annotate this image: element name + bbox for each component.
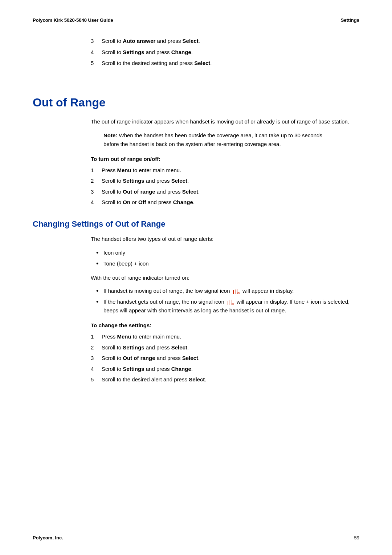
bullet-icon: • <box>96 248 103 258</box>
table-row: 4 Scroll to Settings and press Change. <box>91 48 359 57</box>
bullet-text: If the handset gets out of range, the no… <box>103 297 359 315</box>
step-number: 4 <box>91 365 102 373</box>
list-item: 1 Press Menu to enter main menu. <box>91 333 359 341</box>
list-item: 3 Scroll to Out of range and press Selec… <box>91 354 359 362</box>
low-signal-icon <box>233 288 240 294</box>
page-footer: Polycom, Inc. 59 <box>0 532 392 540</box>
list-item: 1 Press Menu to enter main menu. <box>91 166 359 175</box>
list-item: • If the handset gets out of range, the … <box>96 297 359 315</box>
svg-rect-1 <box>235 289 236 294</box>
list-item: 4 Scroll to On or Off and press Change. <box>91 198 359 207</box>
no-signal-icon <box>227 299 234 305</box>
step-number: 5 <box>91 376 102 384</box>
step-number: 5 <box>91 59 102 68</box>
list-item: 4 Scroll to Settings and press Change. <box>91 365 359 373</box>
step-text: Scroll to Auto answer and press Select. <box>102 37 359 45</box>
intro-steps: 3 Scroll to Auto answer and press Select… <box>33 26 359 81</box>
step-text: Scroll to Out of range and press Select. <box>102 354 359 362</box>
page-header: Polycom Kirk 5020-5040 User Guide Settin… <box>0 0 392 26</box>
step-text: Press Menu to enter main menu. <box>102 166 359 175</box>
page-content: 3 Scroll to Auto answer and press Select… <box>0 26 392 412</box>
step-text: Scroll to the desired alert and press Se… <box>102 376 359 384</box>
svg-rect-6 <box>227 301 228 305</box>
svg-rect-7 <box>229 300 230 305</box>
bullet-text: Icon only <box>103 248 359 257</box>
table-row: 3 Scroll to Auto answer and press Select… <box>91 37 359 45</box>
procedure1-steps: 1 Press Menu to enter main menu. 2 Scrol… <box>33 166 359 207</box>
table-row: 5 Scroll to the desired setting and pres… <box>91 59 359 68</box>
bullet-text: If handset is moving out of range, the l… <box>103 287 359 295</box>
step-number: 4 <box>91 198 102 207</box>
list-item: 5 Scroll to the desired alert and press … <box>91 376 359 384</box>
bullet-icon: • <box>96 259 103 268</box>
procedure1-heading: To turn out of range on/off: <box>33 156 359 162</box>
step-number: 3 <box>91 188 102 196</box>
step-number: 3 <box>91 354 102 362</box>
step-number: 1 <box>91 333 102 341</box>
header-right: Settings <box>341 17 359 23</box>
footer-company: Polycom, Inc. <box>33 535 63 540</box>
footer-page-number: 59 <box>354 535 359 540</box>
step-text: Scroll to Settings and press Change. <box>102 48 359 57</box>
step-text: Scroll to Settings and press Select. <box>102 344 359 352</box>
section-heading-out-of-range: Out of Range <box>33 92 359 109</box>
step-text: Scroll to Settings and press Select. <box>102 177 359 185</box>
step-number: 3 <box>91 37 102 45</box>
step-number: 2 <box>91 177 102 185</box>
procedure2-steps: 1 Press Menu to enter main menu. 2 Scrol… <box>33 333 359 384</box>
bullet-text: Tone (beep) + icon <box>103 259 359 268</box>
with-indicator-text: With the out of range indicator turned o… <box>33 274 359 282</box>
list-item: 2 Scroll to Settings and press Select. <box>91 344 359 352</box>
step-number: 1 <box>91 166 102 175</box>
list-item: 2 Scroll to Settings and press Select. <box>91 177 359 185</box>
step-number: 2 <box>91 344 102 352</box>
list-item: • Tone (beep) + icon <box>96 259 359 268</box>
bullet-icon: • <box>96 297 103 307</box>
svg-rect-0 <box>233 290 234 294</box>
step-text: Scroll to On or Off and press Change. <box>102 198 359 207</box>
list-item: • Icon only <box>96 248 359 258</box>
step-text: Scroll to Settings and press Change. <box>102 365 359 373</box>
section-body: The out of range indicator appears when … <box>33 117 359 126</box>
step-text: Scroll to the desired setting and press … <box>102 59 359 68</box>
list-item: 3 Scroll to Out of range and press Selec… <box>91 188 359 196</box>
procedure2-heading: To change the settings: <box>33 322 359 328</box>
subsection-intro: The handset offers two types of out of r… <box>33 235 359 243</box>
step-text: Press Menu to enter main menu. <box>102 333 359 341</box>
list-item: • If handset is moving out of range, the… <box>96 287 359 296</box>
header-left: Polycom Kirk 5020-5040 User Guide <box>33 17 113 23</box>
step-number: 4 <box>91 48 102 57</box>
bullet-icon: • <box>96 287 103 296</box>
note-text: Note: When the handset has been outside … <box>103 132 322 147</box>
alert-types-list: • Icon only • Tone (beep) + icon <box>33 248 359 268</box>
step-text: Scroll to Out of range and press Select. <box>102 188 359 196</box>
note-block: Note: When the handset has been outside … <box>33 131 359 149</box>
page: Polycom Kirk 5020-5040 User Guide Settin… <box>0 0 392 555</box>
indicator-bullets-list: • If handset is moving out of range, the… <box>33 287 359 315</box>
subsection-heading: Changing Settings of Out of Range <box>33 219 359 229</box>
